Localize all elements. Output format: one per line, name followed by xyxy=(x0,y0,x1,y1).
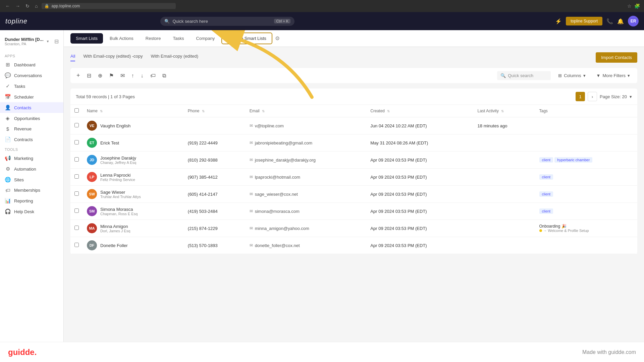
tab-company[interactable]: Company xyxy=(191,33,220,44)
email-col-header: Email ⇅ xyxy=(246,105,367,117)
contact-last-activity-cell xyxy=(474,134,535,152)
row-checkbox-1[interactable] xyxy=(74,140,79,144)
sidebar-item-memberships[interactable]: 🏷 Memberships xyxy=(0,185,63,195)
tab-tasks[interactable]: Tasks xyxy=(167,33,189,44)
tab-restore[interactable]: Restore xyxy=(140,33,166,44)
sidebar-item-dashboard[interactable]: ⊞ Dashboard xyxy=(0,59,63,70)
page-next-btn[interactable]: › xyxy=(588,92,597,101)
contact-last-activity-cell: 18 minutes ago xyxy=(474,117,535,134)
copy-btn[interactable]: ⧉ xyxy=(160,71,168,80)
sidebar-item-scheduler[interactable]: 📅 Scheduler xyxy=(0,92,63,102)
row-checkbox-7[interactable] xyxy=(74,243,79,247)
contact-email: lpaprocki@hotmail.com xyxy=(255,175,300,180)
table-row[interactable]: LP Lenna Paprocki Feltz Printing Service… xyxy=(70,169,637,186)
search-placeholder: Quick search here xyxy=(172,19,208,24)
url-bar[interactable]: 🔒 app.topline.com xyxy=(42,3,176,9)
app-logo: topline xyxy=(5,17,28,25)
tab-smart-lists[interactable]: Smart Lists xyxy=(70,33,103,44)
sidebar-item-tasks[interactable]: ✓ Tasks xyxy=(0,81,63,92)
more-filters-button[interactable]: ▼ More Filters ▾ xyxy=(593,71,634,80)
browser-star[interactable]: ☆ xyxy=(627,3,632,9)
user-avatar[interactable]: ER xyxy=(628,16,639,26)
table-row[interactable]: MA Minna Amigon Dorl, James J Esq (215) … xyxy=(70,220,637,237)
sidebar-item-automation[interactable]: ⚙ Automation xyxy=(0,164,63,174)
sidebar-item-help-desk[interactable]: 🎧 Help Desk xyxy=(0,206,63,217)
table-row[interactable]: VE Vaughn English ✉v@topline.comJun 04 2… xyxy=(70,117,637,134)
table-row[interactable]: JD Josephine Darakjy Chanay, Jeffrey A E… xyxy=(70,152,637,169)
table-search-icon: 🔍 xyxy=(500,73,506,78)
page-content: All With Email-copy (edited) -copy With … xyxy=(64,47,644,362)
sidebar-label-dashboard: Dashboard xyxy=(14,62,36,67)
table-search[interactable]: 🔍 Quick search xyxy=(497,71,551,80)
sidebar-item-reporting[interactable]: 📊 Reporting xyxy=(0,195,63,206)
row-checkbox-4[interactable] xyxy=(74,191,79,196)
layout-toggle-icon[interactable]: ⊟ xyxy=(54,38,59,45)
global-search[interactable]: 🔍 Quick search here Ctrl + K xyxy=(160,17,294,26)
sidebar-item-marketing[interactable]: 📢 Marketing xyxy=(0,153,63,164)
notifications-btn[interactable]: 🔔 xyxy=(617,18,624,24)
row-checkbox-6[interactable] xyxy=(74,226,79,230)
tag-btn[interactable]: 🏷 xyxy=(148,71,158,80)
row-checkbox-2[interactable] xyxy=(74,157,79,162)
contact-email: simona@morasca.com xyxy=(255,209,300,214)
import-contacts-button[interactable]: Import Contacts xyxy=(596,52,637,63)
table-row[interactable]: SM Simona Morasca Chapman, Ross E Esq (4… xyxy=(70,203,637,220)
sidebar-item-contracts[interactable]: 📄 Contracts xyxy=(0,134,63,145)
contact-email: v@topline.com xyxy=(255,123,284,128)
browser-forward[interactable]: → xyxy=(14,3,21,9)
contact-name-cell: LP Lenna Paprocki Feltz Printing Service xyxy=(83,169,184,186)
row-checkbox-3[interactable] xyxy=(74,174,79,179)
phone-btn[interactable]: 📞 xyxy=(606,18,613,24)
workspace-location: Scranton, PA xyxy=(5,42,44,46)
workspace-header[interactable]: Dunder Mifflin [D... Scranton, PA ▼ ⊟ xyxy=(0,34,63,49)
browser-chrome: ← → ↻ ⌂ 🔒 app.topline.com ☆ 🧩 xyxy=(0,0,644,12)
page-size-label: Page Size: 20 xyxy=(600,94,627,99)
apps-section-label: Apps xyxy=(0,51,63,59)
tab-more-icon[interactable]: ⚙ xyxy=(275,35,280,42)
filter-btn[interactable]: ⊟ xyxy=(85,71,93,80)
tag-badge: client xyxy=(539,174,553,180)
sidebar-item-opportunities[interactable]: ◈ Opportunities xyxy=(0,113,63,124)
toolbar: + ⊟ ⊕ ⚑ ✉ ↑ ↓ 🏷 ⧉ 🔍 Quick search xyxy=(70,68,637,83)
email-icon: ✉ xyxy=(250,123,253,128)
sidebar-item-sites[interactable]: 🌐 Sites xyxy=(0,174,63,185)
sidebar-label-help-desk: Help Desk xyxy=(14,209,34,214)
columns-button[interactable]: ⊞ Columns ▾ xyxy=(555,71,589,80)
sidebar-item-revenue[interactable]: $ Revenue xyxy=(0,124,63,134)
lightning-btn[interactable]: ⚡ xyxy=(555,18,562,24)
filter-tab-all[interactable]: All xyxy=(70,54,75,61)
page-1-btn[interactable]: 1 xyxy=(576,92,585,101)
merge-btn[interactable]: ⊕ xyxy=(96,71,104,80)
table-row[interactable]: DF Donette Foller (513) 570-1893✉donette… xyxy=(70,237,637,254)
support-button[interactable]: topline Support xyxy=(566,17,602,25)
tools-section-label: Tools xyxy=(0,145,63,153)
export-btn[interactable]: ↑ xyxy=(129,71,136,80)
browser-extension[interactable]: 🧩 xyxy=(634,3,640,9)
row-checkbox-5[interactable] xyxy=(74,208,79,213)
tab-manage-smart-lists[interactable]: Manage Smart Lists xyxy=(221,33,272,44)
select-all-checkbox[interactable] xyxy=(74,108,79,113)
filter-tab-copy[interactable]: With Email-copy (edited) -copy xyxy=(83,54,143,61)
browser-back[interactable]: ← xyxy=(4,3,11,9)
table-row[interactable]: SW Sage Wieser Truhlar And Truhlar Attys… xyxy=(70,186,637,203)
last-activity-col-header: Last Activity ⇅ xyxy=(474,105,535,117)
name-sort-icon: ⇅ xyxy=(100,109,103,113)
import-btn[interactable]: ↓ xyxy=(139,71,146,80)
browser-home[interactable]: ⌂ xyxy=(34,3,39,9)
sidebar-item-contacts[interactable]: 👤 Contacts xyxy=(0,102,63,113)
flag-btn[interactable]: ⚑ xyxy=(107,71,116,80)
page-size-dropdown[interactable]: ▾ xyxy=(630,94,632,99)
main-layout: Dunder Mifflin [D... Scranton, PA ▼ ⊟ Ap… xyxy=(0,30,644,362)
row-checkbox-0[interactable] xyxy=(74,123,79,127)
help-desk-icon: 🎧 xyxy=(5,208,11,215)
tab-bulk-actions[interactable]: Bulk Actions xyxy=(104,33,139,44)
contact-email: sage_wieser@cox.net xyxy=(255,192,298,197)
contact-email-cell: ✉lpaprocki@hotmail.com xyxy=(246,169,367,186)
sidebar-item-conversations[interactable]: 💬 Conversations xyxy=(0,70,63,81)
email-btn[interactable]: ✉ xyxy=(118,71,127,80)
contact-email: donette_foller@cox.net xyxy=(255,243,300,248)
add-contact-btn[interactable]: + xyxy=(74,71,82,80)
table-row[interactable]: ET Erick Test (919) 222-4449✉jabronipieb… xyxy=(70,134,637,152)
browser-refresh[interactable]: ↻ xyxy=(24,3,31,9)
filter-tab-edited[interactable]: With Email-copy (edited) xyxy=(151,54,198,61)
